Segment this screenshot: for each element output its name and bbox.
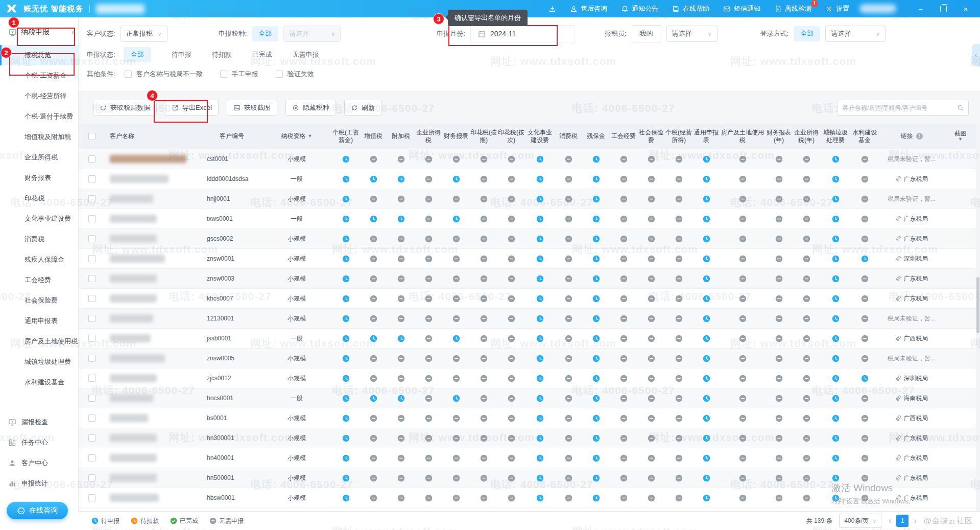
status-none-icon[interactable]: [675, 315, 683, 322]
row-checkbox[interactable]: [88, 215, 95, 222]
filter-caret-icon[interactable]: ▼: [958, 137, 963, 142]
status-none-icon[interactable]: [565, 395, 572, 402]
status-pending-icon[interactable]: [342, 215, 350, 223]
minimize-button[interactable]: −: [910, 0, 932, 17]
status-pending-icon[interactable]: [592, 335, 600, 342]
status-pending-icon[interactable]: [592, 195, 600, 203]
status-none-icon[interactable]: [739, 195, 747, 203]
row-checkbox[interactable]: [88, 454, 95, 462]
tax-bureau-link[interactable]: 广西税局: [904, 414, 928, 423]
status-none-icon[interactable]: [480, 235, 488, 243]
sidebar-item[interactable]: 水利建设基金: [0, 372, 78, 393]
status-none-icon[interactable]: [620, 355, 628, 362]
declare-status-option[interactable]: 待扣款: [212, 50, 232, 59]
status-none-icon[interactable]: [675, 155, 683, 163]
status-none-icon[interactable]: [452, 295, 460, 303]
status-none-icon[interactable]: [508, 395, 515, 402]
row-checkbox[interactable]: [88, 355, 95, 362]
status-none-icon[interactable]: [452, 434, 460, 442]
status-none-icon[interactable]: [648, 255, 655, 263]
status-pending-icon[interactable]: [342, 235, 350, 243]
status-none-icon[interactable]: [397, 155, 405, 163]
status-none-icon[interactable]: [861, 474, 869, 482]
status-pending-icon[interactable]: [370, 175, 377, 183]
status-none-icon[interactable]: [370, 494, 377, 502]
row-checkbox[interactable]: [88, 395, 95, 402]
tax-type-select[interactable]: 请选择 ∨: [283, 26, 341, 42]
status-none-icon[interactable]: [452, 474, 460, 482]
status-none-icon[interactable]: [397, 235, 405, 243]
status-pending-icon[interactable]: [342, 175, 350, 183]
sidebar-group-tax-declaration[interactable]: 纳税申报 ∧: [0, 17, 78, 45]
status-none-icon[interactable]: [480, 355, 488, 362]
status-none-icon[interactable]: [803, 474, 810, 482]
status-none-icon[interactable]: [370, 474, 377, 482]
tax-bureau-link[interactable]: 广东税局: [904, 274, 928, 283]
status-none-icon[interactable]: [803, 434, 810, 442]
status-none-icon[interactable]: [648, 414, 655, 422]
status-none-icon[interactable]: [565, 315, 572, 322]
status-none-icon[interactable]: [370, 414, 377, 422]
status-pending-icon[interactable]: [342, 275, 350, 283]
status-none-icon[interactable]: [675, 255, 683, 263]
status-none-icon[interactable]: [425, 195, 433, 203]
status-pending-icon[interactable]: [536, 335, 544, 342]
status-pending-icon[interactable]: [703, 315, 710, 322]
status-pending-icon[interactable]: [452, 215, 460, 223]
status-none-icon[interactable]: [508, 275, 515, 283]
status-none-icon[interactable]: [565, 275, 572, 283]
sidebar-item[interactable]: 房产及土地使用税: [0, 331, 78, 352]
status-none-icon[interactable]: [861, 494, 869, 502]
status-none-icon[interactable]: [452, 414, 460, 422]
status-pending-icon[interactable]: [342, 195, 350, 203]
status-pending-icon[interactable]: [832, 395, 840, 402]
status-none-icon[interactable]: [480, 335, 488, 342]
status-none-icon[interactable]: [397, 195, 405, 203]
status-none-icon[interactable]: [739, 474, 747, 482]
status-pending-icon[interactable]: [536, 434, 544, 442]
status-none-icon[interactable]: [452, 315, 460, 322]
status-none-icon[interactable]: [508, 235, 515, 243]
status-none-icon[interactable]: [861, 175, 869, 183]
other-condition-checkbox[interactable]: 客户名称与税局不一致: [125, 70, 203, 79]
topbar-item-bell[interactable]: 通知公告: [621, 4, 658, 13]
status-pending-icon[interactable]: [703, 395, 710, 402]
status-pending-icon[interactable]: [536, 375, 544, 382]
status-none-icon[interactable]: [565, 155, 572, 163]
declare-month-picker[interactable]: 2024-11: [470, 25, 575, 42]
status-none-icon[interactable]: [508, 434, 515, 442]
sidebar-item[interactable]: 财务报表: [0, 168, 78, 188]
topbar-item-headset[interactable]: 售后咨询: [570, 4, 607, 13]
status-none-icon[interactable]: [480, 395, 488, 402]
status-none-icon[interactable]: [803, 175, 810, 183]
status-pending-icon[interactable]: [592, 474, 600, 482]
sidebar-item[interactable]: 文化事业建设费: [0, 209, 78, 229]
status-none-icon[interactable]: [370, 255, 377, 263]
status-none-icon[interactable]: [739, 494, 747, 502]
topbar-item-doc[interactable]: 离线检测!: [774, 4, 811, 13]
status-none-icon[interactable]: [739, 355, 747, 362]
status-pending-icon[interactable]: [536, 395, 544, 402]
status-pending-icon[interactable]: [592, 155, 600, 163]
status-pending-icon[interactable]: [592, 494, 600, 502]
status-none-icon[interactable]: [775, 474, 783, 482]
login-mode-all-chip[interactable]: 全部: [794, 26, 820, 41]
status-none-icon[interactable]: [620, 375, 628, 382]
status-none-icon[interactable]: [648, 175, 655, 183]
status-none-icon[interactable]: [675, 295, 683, 303]
table-row[interactable]: txws0001一般广东税局: [78, 209, 976, 229]
status-pending-icon[interactable]: [861, 375, 869, 382]
status-none-icon[interactable]: [620, 494, 628, 502]
status-pending-icon[interactable]: [370, 335, 377, 342]
status-none-icon[interactable]: [480, 255, 488, 263]
sidebar-item[interactable]: 个税-退付手续费: [0, 106, 78, 127]
status-none-icon[interactable]: [425, 315, 433, 322]
status-none-icon[interactable]: [565, 414, 572, 422]
status-none-icon[interactable]: [425, 474, 433, 482]
online-consult-button[interactable]: 在线咨询: [7, 502, 68, 519]
status-none-icon[interactable]: [775, 434, 783, 442]
status-none-icon[interactable]: [565, 474, 572, 482]
next-page-button[interactable]: ›: [914, 517, 916, 525]
status-none-icon[interactable]: [675, 355, 683, 362]
status-pending-icon[interactable]: [703, 335, 710, 342]
